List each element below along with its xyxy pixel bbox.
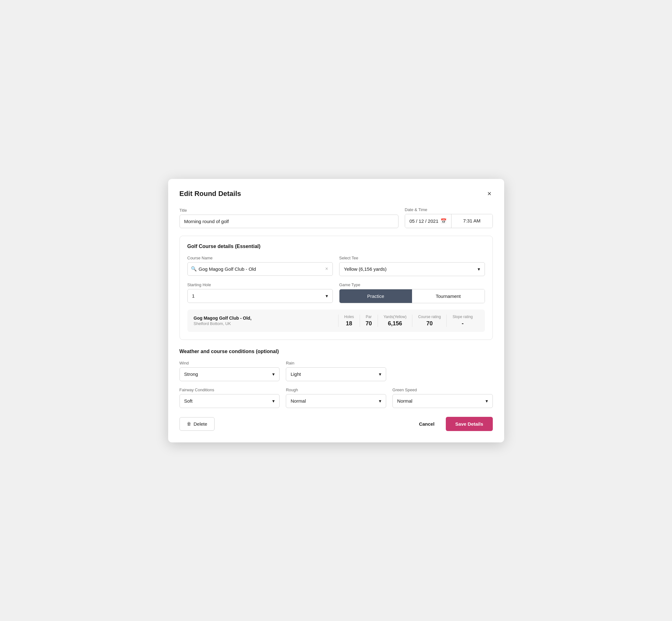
search-icon: 🔍 (191, 266, 197, 272)
select-tee-value: Yellow (6,156 yards) (344, 266, 386, 272)
wind-label: Wind (179, 361, 280, 365)
title-field-group: Title (179, 208, 398, 228)
starting-hole-dropdown[interactable]: 1 ▾ (187, 289, 333, 303)
slope-rating-value: - (462, 320, 463, 327)
green-speed-value: Normal (397, 398, 412, 404)
course-info-name-block: Gog Magog Golf Club - Old, Shelford Bott… (194, 316, 338, 326)
course-name-label: Course Name (187, 256, 333, 260)
wind-group: Wind Strong ▾ (179, 361, 280, 381)
course-stat-slope-rating: Slope rating - (447, 315, 478, 327)
slope-rating-label: Slope rating (452, 315, 473, 319)
starting-hole-label: Starting Hole (187, 282, 333, 287)
fairway-group: Fairway Conditions Soft ▾ (179, 387, 280, 408)
course-name-group: Course Name 🔍 × (187, 256, 333, 276)
yards-value: 6,156 (388, 320, 402, 327)
weather-section: Weather and course conditions (optional)… (179, 349, 493, 408)
rough-group: Rough Normal ▾ (286, 387, 386, 408)
calendar-icon: 📅 (440, 218, 447, 224)
course-stat-yards: Yards(Yellow) 6,156 (378, 315, 412, 327)
chevron-down-icon-2: ▾ (326, 293, 328, 299)
delete-button[interactable]: 🗑 Delete (179, 417, 214, 431)
chevron-down-icon-green: ▾ (486, 398, 488, 404)
select-tee-label: Select Tee (339, 256, 485, 260)
course-info-location: Shelford Bottom, UK (194, 321, 338, 326)
select-tee-group: Select Tee Yellow (6,156 yards) ▾ (339, 256, 485, 276)
wind-value: Strong (184, 371, 198, 377)
save-button[interactable]: Save Details (446, 417, 493, 431)
green-speed-label: Green Speed (392, 387, 493, 392)
course-stat-holes: Holes 18 (338, 315, 360, 327)
clear-course-button[interactable]: × (324, 266, 329, 272)
chevron-down-icon: ▾ (478, 266, 480, 272)
rough-value: Normal (291, 398, 306, 404)
game-type-label: Game Type (339, 282, 485, 287)
course-stat-course-rating: Course rating 70 (412, 315, 447, 327)
datetime-label: Date & Time (405, 207, 493, 212)
course-rating-label: Course rating (418, 315, 441, 319)
fairway-rough-green-row: Fairway Conditions Soft ▾ Rough Normal ▾… (179, 387, 493, 408)
fairway-value: Soft (184, 398, 193, 404)
golf-course-section: Golf Course details (Essential) Course N… (179, 236, 493, 340)
practice-toggle-button[interactable]: Practice (339, 289, 412, 303)
cancel-button[interactable]: Cancel (414, 417, 439, 430)
datetime-row: 05 / 12 / 2021 📅 7:31 AM (405, 214, 493, 228)
game-type-toggle: Practice Tournament (339, 289, 485, 303)
chevron-down-icon-wind: ▾ (272, 371, 275, 377)
close-button[interactable]: × (486, 189, 493, 199)
rain-value: Light (291, 371, 301, 377)
wind-dropdown[interactable]: Strong ▾ (179, 367, 280, 381)
modal-footer: 🗑 Delete Cancel Save Details (179, 417, 493, 431)
delete-label: Delete (194, 421, 207, 427)
course-info-name: Gog Magog Golf Club - Old, (194, 316, 338, 321)
modal-header: Edit Round Details × (179, 189, 493, 199)
tournament-toggle-button[interactable]: Tournament (412, 289, 485, 303)
course-name-input[interactable] (199, 262, 324, 276)
chevron-down-icon-rain: ▾ (379, 371, 381, 377)
game-type-group: Game Type Practice Tournament (339, 282, 485, 303)
rain-group: Rain Light ▾ (286, 361, 386, 381)
holes-label: Holes (344, 315, 354, 319)
par-label: Par (366, 315, 372, 319)
chevron-down-icon-fairway: ▾ (272, 398, 275, 404)
course-stat-par: Par 70 (360, 315, 378, 327)
hole-gametype-row: Starting Hole 1 ▾ Game Type Practice Tou… (187, 282, 485, 303)
green-speed-dropdown[interactable]: Normal ▾ (392, 394, 493, 408)
select-tee-dropdown[interactable]: Yellow (6,156 yards) ▾ (339, 262, 485, 276)
starting-hole-value: 1 (192, 293, 195, 298)
edit-round-modal: Edit Round Details × Title Date & Time 0… (168, 179, 504, 443)
course-rating-value: 70 (426, 320, 432, 327)
fairway-dropdown[interactable]: Soft ▾ (179, 394, 280, 408)
course-name-search-wrap[interactable]: 🔍 × (187, 262, 333, 276)
trash-icon: 🗑 (187, 421, 191, 426)
wind-rain-row: Wind Strong ▾ Rain Light ▾ (179, 361, 493, 381)
golf-course-section-title: Golf Course details (Essential) (187, 244, 485, 249)
title-label: Title (179, 208, 398, 213)
datetime-field-group: Date & Time 05 / 12 / 2021 📅 7:31 AM (405, 207, 493, 228)
time-part[interactable]: 7:31 AM (452, 214, 493, 228)
title-input[interactable] (179, 215, 398, 228)
modal-title: Edit Round Details (179, 190, 241, 198)
par-value: 70 (366, 320, 372, 327)
top-fields-row: Title Date & Time 05 / 12 / 2021 📅 7:31 … (179, 207, 493, 228)
weather-section-title: Weather and course conditions (optional) (179, 349, 493, 355)
green-speed-group: Green Speed Normal ▾ (392, 387, 493, 408)
course-tee-row: Course Name 🔍 × Select Tee Yellow (6,156… (187, 256, 485, 276)
rough-label: Rough (286, 387, 386, 392)
date-value: 05 / 12 / 2021 (410, 218, 438, 224)
yards-label: Yards(Yellow) (384, 315, 407, 319)
fairway-label: Fairway Conditions (179, 387, 280, 392)
footer-right: Cancel Save Details (414, 417, 493, 431)
holes-value: 18 (346, 320, 352, 327)
starting-hole-group: Starting Hole 1 ▾ (187, 282, 333, 303)
rough-dropdown[interactable]: Normal ▾ (286, 394, 386, 408)
rain-label: Rain (286, 361, 386, 365)
rain-dropdown[interactable]: Light ▾ (286, 367, 386, 381)
date-part[interactable]: 05 / 12 / 2021 📅 (405, 214, 452, 228)
chevron-down-icon-rough: ▾ (379, 398, 381, 404)
course-info-row: Gog Magog Golf Club - Old, Shelford Bott… (187, 309, 485, 332)
